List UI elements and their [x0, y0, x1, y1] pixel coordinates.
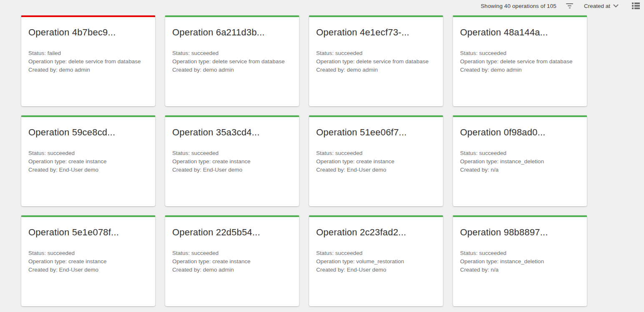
operation-card[interactable]: Operation 48a144a... Status: succeeded O…: [453, 15, 587, 106]
operation-title: Operation 35a3cd4...: [172, 127, 292, 138]
operation-status: Status: succeeded: [28, 249, 148, 257]
operation-type: Operation type: instance_deletion: [460, 257, 580, 266]
operation-card[interactable]: Operation 35a3cd4... Status: succeeded O…: [165, 115, 299, 206]
operation-title: Operation 0f98ad0...: [460, 127, 580, 138]
operation-card[interactable]: Operation 4b7bec9... Status: failed Oper…: [21, 15, 155, 106]
operations-grid: Operation 4b7bec9... Status: failed Oper…: [21, 15, 644, 306]
operation-created-by: Created by: End-User demo: [28, 266, 148, 274]
operation-status: Status: succeeded: [460, 249, 580, 257]
operation-card[interactable]: Operation 59ce8cd... Status: succeeded O…: [21, 115, 155, 206]
operation-title: Operation 5e1e078f...: [28, 227, 148, 238]
operation-created-by: Created by: n/a: [460, 166, 580, 174]
operation-title: Operation 22d5b54...: [172, 227, 292, 238]
operation-created-by: Created by: End-User demo: [172, 166, 292, 174]
operation-type: Operation type: create instance: [28, 257, 148, 266]
operation-card[interactable]: Operation 6a211d3b... Status: succeeded …: [165, 15, 299, 106]
sort-dropdown[interactable]: Created at: [584, 3, 619, 9]
operation-type: Operation type: delete service from data…: [28, 57, 148, 66]
operation-title: Operation 4b7bec9...: [28, 27, 148, 38]
operation-card[interactable]: Operation 2c23fad2... Status: succeeded …: [309, 215, 443, 306]
toolbar: Showing 40 operations of 105 Created at: [0, 0, 644, 12]
operation-created-by: Created by: demo admin: [460, 66, 580, 74]
operation-title: Operation 48a144a...: [460, 27, 580, 38]
operation-card[interactable]: Operation 98b8897... Status: succeeded O…: [453, 215, 587, 306]
operation-card[interactable]: Operation 0f98ad0... Status: succeeded O…: [453, 115, 587, 206]
operation-type: Operation type: create instance: [28, 157, 148, 166]
operation-type: Operation type: instance_deletion: [460, 157, 580, 166]
operation-status: Status: succeeded: [460, 49, 580, 57]
operation-card[interactable]: Operation 22d5b54... Status: succeeded O…: [165, 215, 299, 306]
operation-status: Status: succeeded: [172, 249, 292, 257]
operation-type: Operation type: delete service from data…: [460, 57, 580, 66]
operation-created-by: Created by: demo admin: [172, 266, 292, 274]
operation-title: Operation 4e1ecf73-...: [316, 27, 436, 38]
operation-type: Operation type: create instance: [172, 157, 292, 166]
operation-status: Status: succeeded: [172, 49, 292, 57]
list-view-icon[interactable]: [632, 2, 640, 9]
operation-title: Operation 6a211d3b...: [172, 27, 292, 38]
operation-created-by: Created by: demo admin: [172, 66, 292, 74]
operation-title: Operation 51ee06f7...: [316, 127, 436, 138]
operation-status: Status: succeeded: [316, 249, 436, 257]
operation-status: Status: succeeded: [316, 49, 436, 57]
operation-created-by: Created by: n/a: [460, 266, 580, 274]
results-count: Showing 40 operations of 105: [481, 3, 556, 9]
operation-status: Status: succeeded: [172, 149, 292, 157]
operation-status: Status: succeeded: [460, 149, 580, 157]
operation-type: Operation type: delete service from data…: [316, 57, 436, 66]
chevron-down-icon: [613, 4, 619, 7]
operation-title: Operation 2c23fad2...: [316, 227, 436, 238]
operation-status: Status: failed: [28, 49, 148, 57]
operation-status: Status: succeeded: [28, 149, 148, 157]
operation-created-by: Created by: End-User demo: [316, 266, 436, 274]
operation-status: Status: succeeded: [316, 149, 436, 157]
operation-type: Operation type: create instance: [172, 257, 292, 266]
operation-created-by: Created by: demo admin: [28, 66, 148, 74]
operation-card[interactable]: Operation 51ee06f7... Status: succeeded …: [309, 115, 443, 206]
operation-card[interactable]: Operation 5e1e078f... Status: succeeded …: [21, 215, 155, 306]
operation-created-by: Created by: demo admin: [316, 66, 436, 74]
operation-type: Operation type: create instance: [316, 157, 436, 166]
operation-title: Operation 59ce8cd...: [28, 127, 148, 138]
sort-label: Created at: [584, 3, 610, 9]
operation-title: Operation 98b8897...: [460, 227, 580, 238]
operation-created-by: Created by: End-User demo: [316, 166, 436, 174]
operation-type: Operation type: volume_restoration: [316, 257, 436, 266]
filter-icon[interactable]: [566, 2, 574, 9]
operation-created-by: Created by: End-User demo: [28, 166, 148, 174]
operation-card[interactable]: Operation 4e1ecf73-... Status: succeeded…: [309, 15, 443, 106]
operation-type: Operation type: delete service from data…: [172, 57, 292, 66]
